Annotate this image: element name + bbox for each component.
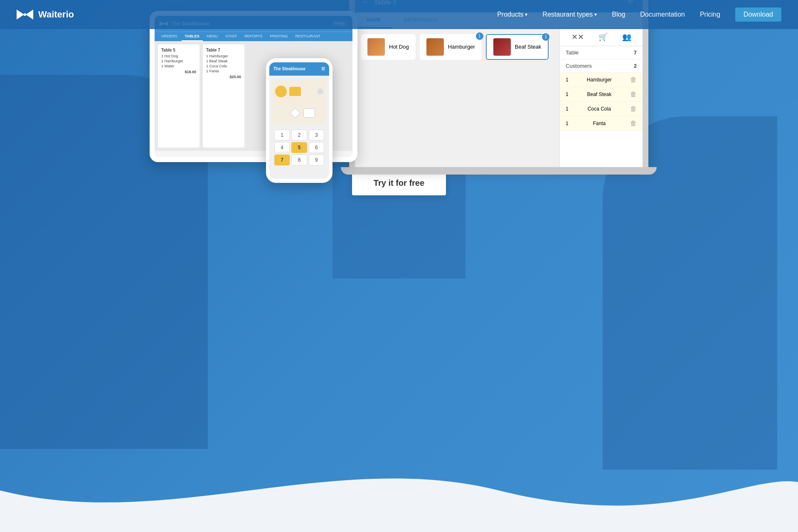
nav-blog[interactable]: Blog [612,11,625,18]
app-body: Hot Dog Hamburger 1 Be [355,28,643,167]
order-item-name-4: Fanta [593,121,606,126]
hero-content: A Complete Restaurant Management Softwar… [0,0,798,195]
phone-num-3[interactable]: 3 [309,130,324,140]
tablet-nav-reports[interactable]: REPORTS [241,32,266,41]
phone-table-dot-1 [318,89,323,94]
hamburger-label: Hamburger [448,44,475,50]
delete-icon[interactable]: ✕✕ [571,32,584,42]
table-value: 7 [634,49,637,56]
order-item-qty-2: 1 [566,91,569,97]
tablet-order-item-2-3: 1 Coca Cola [206,64,241,68]
customers-info-row: Customers 2 [560,59,643,73]
phone-table-diamond-1 [290,108,300,118]
burger-image [426,38,444,56]
phone-table-empty-3 [318,104,323,122]
nav-products[interactable]: Products [497,11,527,18]
hero-section: Waiterio Products Restaurant types Blog … [0,0,798,532]
order-item-steak: 1 Beaf Steak 🗑 [560,87,643,102]
order-item-qty-1: 1 [566,77,569,83]
menu-items-grid: Hot Dog Hamburger 1 Be [355,28,559,167]
phone-outer: The Steakhouse ☰ [266,58,332,183]
phone-num-1[interactable]: 1 [274,130,290,140]
hotdog-label: Hot Dog [389,44,409,50]
nav-restaurant-types[interactable]: Restaurant types [542,11,597,18]
navbar: Waiterio Products Restaurant types Blog … [0,0,798,29]
hero-wave [0,449,798,532]
phone-body: 1 2 3 4 5 6 7 8 9 [269,76,329,170]
order-item-icon-3: 🗑 [630,105,637,113]
steak-label: Beaf Steak [515,44,542,50]
tablet-nav-tables[interactable]: TABLES [182,32,203,41]
cart-icon[interactable]: 🛒 [598,32,608,42]
phone-table-layout [273,79,326,125]
order-item-hamburger: 1 Hamburger 🗑 [560,73,643,87]
phone-header: The Steakhouse ☰ [269,62,329,76]
phone-restaurant-name: The Steakhouse [273,66,305,71]
tablet-order-card-1[interactable]: Table 5 1 Hot Dog 1 Hamburger 1 Water $1… [158,44,200,148]
phone-table-circle-1 [275,86,287,97]
order-item-cola: 1 Coca Cola 🗑 [560,102,643,116]
nav-download[interactable]: Download [735,7,781,22]
svg-marker-1 [26,10,33,20]
phone-num-5[interactable]: 5 [291,142,307,153]
order-item-name-2: Beaf Steak [587,91,611,97]
phone-screen: The Steakhouse ☰ [269,62,329,179]
table-label: Table [566,49,579,56]
steak-badge: 1 [542,33,549,41]
order-item-qty-3: 1 [566,106,569,112]
tablet-order-item-2-4: 1 Fanta [206,69,241,73]
order-item-icon-2: 🗑 [630,91,637,98]
hotdog-image [367,38,385,56]
order-item-qty-4: 1 [566,121,569,126]
order-item-icon-1: 🗑 [630,76,637,84]
phone-num-6[interactable]: 6 [309,142,324,153]
tablet-order-title-1: Table 5 [161,48,196,52]
phone-num-4[interactable]: 4 [274,142,290,153]
menu-item-steak[interactable]: Beaf Steak 1 [486,34,549,60]
order-items-list: 1 Hamburger 🗑 1 Beaf Steak 🗑 [560,73,643,167]
phone-numpad: 1 2 3 4 5 6 7 8 9 [273,128,326,167]
laptop-base [341,167,657,175]
phone-num-7[interactable]: 7 [274,155,290,165]
tablet-order-item-2-2: 1 Beaf Steak [206,59,241,63]
tablet-order-item-1-2: 1 Hamburger [161,59,196,63]
people-icon[interactable]: 👥 [622,32,631,42]
brand: Waiterio [17,9,497,20]
phone-menu-icon[interactable]: ☰ [321,66,325,71]
svg-marker-0 [17,10,24,20]
tablet-nav-staff[interactable]: STAFF [222,32,240,41]
svg-rect-2 [24,13,26,16]
menu-item-hamburger[interactable]: Hamburger 1 [420,34,482,60]
tablet-order-item-2-1: 1 Hamburger [206,54,241,58]
order-item-name-3: Coca Cola [588,106,611,112]
tablet-order-item-1-1: 1 Hot Dog [161,54,196,58]
phone-num-2[interactable]: 2 [291,130,307,140]
nav-documentation[interactable]: Documentation [640,11,685,18]
tablet-nav-orders[interactable]: ORDERS [158,32,181,41]
table-info-row: Table 7 [560,46,643,59]
brand-name: Waiterio [38,9,74,20]
order-panel: ✕✕ 🛒 👥 Table 7 Custome [559,28,643,167]
order-item-name-1: Hamburger [587,77,612,83]
tablet-nav-printing[interactable]: PRINTING [267,32,291,41]
order-item-icon-4: 🗑 [630,120,637,127]
navbar-links: Products Restaurant types Blog Documenta… [497,7,781,22]
tablet-nav: ORDERS TABLES MENU STAFF REPORTS PRINTIN… [155,32,352,41]
customers-label: Customers [566,63,592,69]
phone-table-rect-1 [289,87,301,96]
customers-value: 2 [634,63,637,69]
order-item-fanta: 1 Fanta 🗑 [560,116,643,131]
menu-item-hotdog[interactable]: Hot Dog [361,34,416,60]
phone-table-empty-1 [303,81,315,102]
order-action-icons: ✕✕ 🛒 👥 [560,28,643,46]
tablet-nav-menu[interactable]: MENU [204,32,222,41]
phone-mockup: The Steakhouse ☰ [266,58,332,183]
phone-table-empty-2 [275,104,287,122]
nav-pricing[interactable]: Pricing [700,11,720,18]
tablet-order-card-2[interactable]: Table 7 1 Hamburger 1 Beaf Steak 1 Coca … [203,44,244,148]
phone-num-8[interactable]: 8 [291,155,307,165]
phone-num-9[interactable]: 9 [309,155,324,165]
phone-table-rect-2 [303,108,315,118]
tablet-nav-restaurant[interactable]: RESTAURANT [292,32,324,41]
hamburger-badge: 1 [476,32,483,40]
